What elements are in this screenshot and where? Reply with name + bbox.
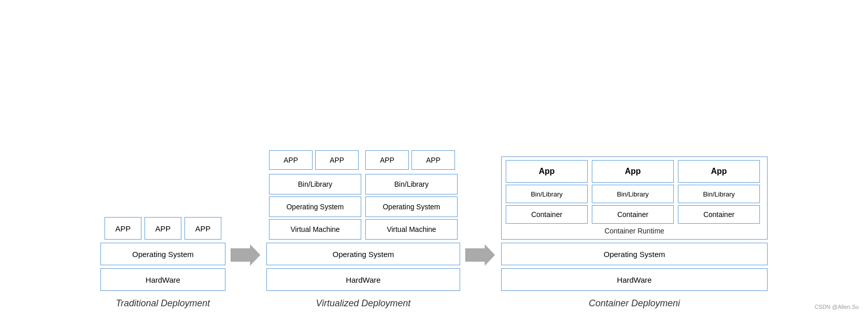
watermark: CSDN @Allen.Su [815, 304, 859, 310]
vm2-app-1: APP [365, 150, 409, 170]
traditional-app-3: APP [184, 217, 221, 240]
vm2-binlib: Bin/Library [365, 174, 458, 194]
cont1-binlib: Bin/Library [506, 185, 588, 203]
containers-row: App Bin/Library Container App Bin/Librar… [506, 160, 763, 224]
virtualized-vms-row: APP APP Bin/Library Operating System Vir… [269, 150, 458, 240]
cont3-container: Container [678, 205, 760, 224]
container-runtime-block: App Bin/Library Container App Bin/Librar… [501, 156, 768, 240]
container-3: App Bin/Library Container [678, 160, 760, 224]
vm1-app-1: APP [269, 150, 313, 170]
cont2-container: Container [592, 205, 674, 224]
traditional-apps-row: APP APP APP [105, 217, 221, 240]
cont2-app: App [592, 160, 674, 183]
arrow-2 [465, 242, 496, 309]
vm1-app-2: APP [315, 150, 359, 170]
vm-1: APP APP Bin/Library Operating System Vir… [269, 150, 361, 240]
vm2-app-2: APP [411, 150, 455, 170]
virtualized-hardware: HardWare [266, 268, 460, 291]
traditional-app-2: APP [144, 217, 181, 240]
cont2-binlib: Bin/Library [592, 185, 674, 203]
container-deployment-column: App Bin/Library Container App Bin/Librar… [501, 37, 768, 309]
vm1-binlib: Bin/Library [269, 174, 361, 194]
cont3-binlib: Bin/Library [678, 185, 760, 203]
cont1-container: Container [506, 205, 588, 224]
container-1: App Bin/Library Container [506, 160, 588, 224]
virtualized-label: Virtualized Deployment [316, 298, 411, 309]
runtime-label: Container Runtime [506, 227, 763, 235]
svg-marker-1 [465, 244, 495, 266]
svg-marker-0 [231, 244, 260, 266]
traditional-os: Operating System [100, 243, 225, 265]
vm2-vm: Virtual Machine [365, 219, 458, 240]
vm1-os: Operating System [269, 197, 361, 217]
vm2-os: Operating System [365, 197, 458, 217]
container-hardware: HardWare [501, 268, 768, 291]
traditional-app-1: APP [105, 217, 141, 240]
container-2: App Bin/Library Container [592, 160, 674, 224]
traditional-hardware: HardWare [100, 268, 225, 291]
container-label: Container Deploymeni [589, 298, 680, 309]
vm1-vm: Virtual Machine [269, 219, 361, 240]
cont3-app: App [678, 160, 760, 183]
vm2-apps: APP APP [365, 150, 458, 170]
virtualized-os: Operating System [266, 243, 460, 265]
cont1-app: App [506, 160, 588, 183]
container-os: Operating System [501, 243, 768, 265]
arrow-1 [231, 242, 261, 309]
vm-2: APP APP Bin/Library Operating System Vir… [365, 150, 458, 240]
vm1-apps: APP APP [269, 150, 361, 170]
traditional-deployment-column: APP APP APP Operating System HardWare Tr… [100, 37, 225, 309]
traditional-label: Traditional Deployment [116, 298, 210, 309]
virtualized-deployment-column: APP APP Bin/Library Operating System Vir… [266, 37, 460, 309]
